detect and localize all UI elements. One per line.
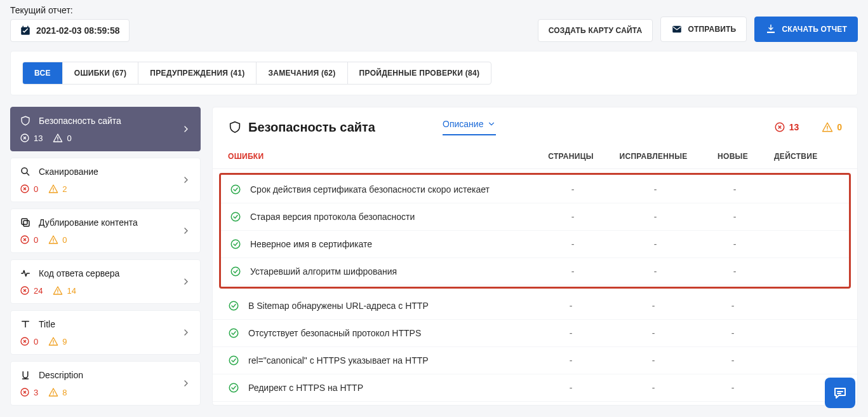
row-name: Неверное имя в сертификате bbox=[250, 239, 372, 249]
check-circle-icon bbox=[230, 184, 241, 195]
tab-errors[interactable]: ОШИБКИ (67) bbox=[63, 62, 139, 84]
underline-icon bbox=[20, 369, 31, 381]
sidebar-item-security[interactable]: Безопасность сайта 13 0 bbox=[10, 107, 201, 151]
create-sitemap-button[interactable]: СОЗДАТЬ КАРТУ САЙТА bbox=[538, 19, 653, 42]
col-new: НОВЫЕ bbox=[698, 152, 768, 161]
sidebar-item-response[interactable]: Код ответа сервера 24 14 bbox=[10, 259, 201, 304]
row-new: - bbox=[700, 184, 770, 195]
title-icon bbox=[20, 318, 31, 330]
sidebar-item-label: Title bbox=[39, 319, 191, 329]
row-pages: - bbox=[533, 355, 609, 366]
shield-icon bbox=[20, 115, 31, 126]
check-circle-icon bbox=[228, 355, 239, 366]
content: Безопасность сайта 13 0 Сканирование 0 2 bbox=[0, 95, 868, 406]
sidebar-item-label: Код ответа сервера bbox=[39, 268, 191, 278]
check-circle-icon bbox=[230, 238, 241, 250]
filter-tabs: ВСЕ ОШИБКИ (67) ПРЕДУПРЕЖДЕНИЯ (41) ЗАМЕ… bbox=[22, 62, 491, 85]
create-sitemap-label: СОЗДАТЬ КАРТУ САЙТА bbox=[549, 26, 643, 35]
chevron-right-icon bbox=[181, 327, 191, 338]
main-title-text: Безопасность сайта bbox=[248, 120, 375, 135]
row-new: - bbox=[700, 266, 770, 277]
chevron-right-icon bbox=[181, 277, 191, 287]
table-row[interactable]: Устаревший алгоритм шифрования - - - bbox=[221, 258, 849, 285]
warning-count: 0 bbox=[48, 235, 67, 245]
row-fixed: - bbox=[609, 301, 698, 311]
table-row[interactable]: Срок действия сертификата безопасности с… bbox=[221, 176, 849, 203]
row-new: - bbox=[698, 301, 768, 311]
header-counts: 13 0 bbox=[774, 121, 842, 133]
sidebar-item-label: Безопасность сайта bbox=[39, 116, 191, 126]
row-pages: - bbox=[533, 328, 609, 338]
row-name: Срок действия сертификата безопасности с… bbox=[250, 184, 490, 195]
send-button[interactable]: ОТПРАВИТЬ bbox=[660, 17, 747, 42]
row-fixed: - bbox=[611, 239, 700, 249]
row-pages: - bbox=[535, 266, 611, 277]
table-header: ОШИБКИ СТРАНИЦЫ ИСПРАВЛЕННЫЕ НОВЫЕ ДЕЙСТ… bbox=[213, 140, 857, 169]
download-report-button[interactable]: СКАЧАТЬ ОТЧЕТ bbox=[754, 17, 858, 42]
warning-count: 14 bbox=[53, 285, 76, 296]
topbar: Текущий отчет: 2021-02-03 08:59:58 СОЗДА… bbox=[0, 0, 868, 51]
sidebar: Безопасность сайта 13 0 Сканирование 0 2 bbox=[10, 107, 201, 406]
description-tab-label: Описание bbox=[443, 119, 483, 129]
row-pages: - bbox=[535, 184, 611, 195]
table-row[interactable]: Неверное имя в сертификате - - - bbox=[221, 231, 849, 258]
check-circle-icon bbox=[228, 300, 239, 311]
error-count: 3 bbox=[20, 387, 38, 397]
row-name: В Sitemap обнаружены URL-адреса с HTTP bbox=[248, 301, 429, 311]
mail-icon bbox=[671, 24, 683, 35]
calendar-icon bbox=[20, 25, 31, 36]
check-circle-icon bbox=[230, 266, 241, 277]
chat-icon bbox=[832, 385, 848, 400]
main-title: Безопасность сайта bbox=[228, 120, 375, 135]
help-chat-button[interactable] bbox=[825, 378, 855, 408]
sidebar-item-description[interactable]: Description 3 8 bbox=[10, 361, 201, 406]
chevron-right-icon bbox=[181, 226, 191, 236]
current-report-label: Текущий отчет: bbox=[10, 5, 130, 15]
row-new: - bbox=[698, 328, 768, 338]
row-name: Редирект с HTTPS на HTTP bbox=[248, 383, 363, 393]
sidebar-item-duplicate[interactable]: Дублирование контента 0 0 bbox=[10, 208, 201, 253]
check-circle-icon bbox=[228, 382, 239, 393]
error-count: 24 bbox=[20, 285, 43, 296]
error-count: 0 bbox=[20, 184, 38, 194]
report-datetime-value: 2021-02-03 08:59:58 bbox=[36, 25, 120, 36]
col-errors: ОШИБКИ bbox=[228, 152, 533, 161]
row-new: - bbox=[698, 355, 768, 366]
row-pages: - bbox=[535, 212, 611, 222]
main-panel: Безопасность сайта Описание 13 0 ОШИБКИ … bbox=[212, 107, 858, 406]
send-label: ОТПРАВИТЬ bbox=[688, 25, 736, 34]
tab-all[interactable]: ВСЕ bbox=[23, 62, 63, 84]
download-label: СКАЧАТЬ ОТЧЕТ bbox=[782, 25, 847, 34]
filter-tabs-card: ВСЕ ОШИБКИ (67) ПРЕДУПРЕЖДЕНИЯ (41) ЗАМЕ… bbox=[10, 51, 858, 95]
search-icon bbox=[20, 166, 31, 177]
table-row[interactable]: В Sitemap обнаружены URL-адреса с HTTP -… bbox=[213, 292, 857, 320]
row-new: - bbox=[698, 383, 768, 393]
highlighted-rows: Срок действия сертификата безопасности с… bbox=[219, 173, 851, 289]
report-datetime-select[interactable]: 2021-02-03 08:59:58 bbox=[10, 19, 130, 42]
warning-count: 8 bbox=[48, 387, 67, 397]
chevron-right-icon bbox=[181, 175, 191, 185]
tab-warnings[interactable]: ПРЕДУПРЕЖДЕНИЯ (41) bbox=[138, 62, 257, 84]
col-pages: СТРАНИЦЫ bbox=[533, 152, 609, 161]
table-row[interactable]: Старая версия протокола безопасности - -… bbox=[221, 203, 849, 231]
chevron-right-icon bbox=[181, 378, 191, 388]
table-row[interactable]: Отсутствует безопасный протокол HTTPS - … bbox=[213, 320, 857, 347]
warning-count: 0 bbox=[53, 133, 71, 143]
row-pages: - bbox=[535, 239, 611, 249]
main-header: Безопасность сайта Описание 13 0 bbox=[213, 107, 857, 140]
row-name: rel="canonical" с HTTPS указывает на HTT… bbox=[248, 355, 429, 366]
description-tab[interactable]: Описание bbox=[443, 119, 496, 135]
tab-passed[interactable]: ПРОЙДЕННЫЕ ПРОВЕРКИ (84) bbox=[348, 62, 491, 84]
sidebar-item-label: Description bbox=[39, 370, 191, 380]
tab-notes[interactable]: ЗАМЕЧАНИЯ (62) bbox=[257, 62, 347, 84]
error-count: 0 bbox=[20, 336, 38, 346]
sidebar-item-title[interactable]: Title 0 9 bbox=[10, 310, 201, 355]
table-row[interactable]: Редирект с HTTPS на HTTP - - - bbox=[213, 374, 857, 402]
pulse-icon bbox=[20, 268, 31, 279]
row-fixed: - bbox=[609, 383, 698, 393]
chevron-right-icon bbox=[181, 124, 191, 134]
row-fixed: - bbox=[609, 355, 698, 366]
table-row[interactable]: rel="canonical" с HTTPS указывает на HTT… bbox=[213, 347, 857, 374]
sidebar-item-crawl[interactable]: Сканирование 0 2 bbox=[10, 158, 201, 202]
row-pages: - bbox=[533, 301, 609, 311]
